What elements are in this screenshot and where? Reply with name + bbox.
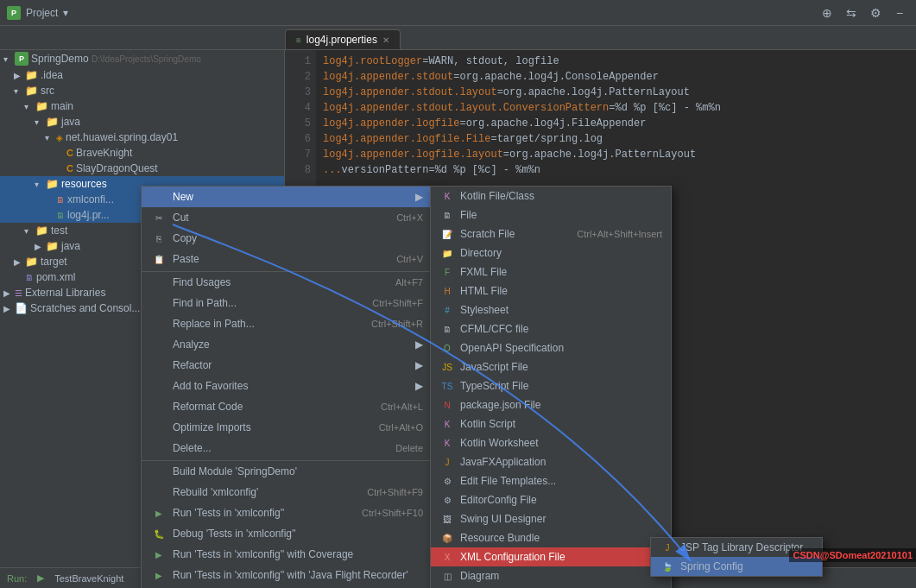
delete-icon [152,441,166,455]
sub-swing[interactable]: 🖼 Swing UI Designer [431,509,671,528]
menu-item-replace-path[interactable]: Replace in Path... Ctrl+Shift+R [142,313,433,334]
sub-edit-templates[interactable]: ⚙ Edit File Templates... [431,471,671,490]
sub-javafx-label: JavaFXApplication [460,456,546,468]
scroll-from-source-btn[interactable]: ⇆ [842,3,861,22]
menu-item-favorites[interactable]: Add to Favorites ▶ [142,376,433,396]
refactor-icon [152,358,166,372]
menu-item-debug[interactable]: 🐛 Debug 'Tests in 'xmlconfig'' [142,523,433,544]
tree-item-brave-knight[interactable]: ▶ C BraveKnight [0,145,284,161]
test-label: TestBraveKnight [54,573,123,584]
tree-item-package[interactable]: ▾ ◈ net.huawei.spring.day01 [0,130,284,145]
res-label: resources [61,178,107,190]
menu-item-find-path[interactable]: Find in Path... Ctrl+Shift+F [142,293,433,313]
sub-kotlin-file[interactable]: K Kotlin File/Class [431,187,671,205]
menu-item-cut[interactable]: ✂ Cut Ctrl+X [142,207,433,228]
tj-folder-icon: 📁 [46,240,59,252]
fxml-icon: F [439,266,455,278]
sub-editorconfig[interactable]: ⚙ EditorConfig File [431,490,671,509]
code-line-8: ...versionPattern=%d %p [%c] - %m%n [323,162,909,178]
test-arrow: ▾ [24,226,33,236]
tj-arrow: ▶ [35,242,43,251]
run-icon: ▶ [152,506,166,520]
resource-icon: 📦 [439,532,455,544]
dir-icon: 📁 [439,247,455,259]
menu-item-optimize[interactable]: Optimize Imports Ctrl+Alt+O [142,417,433,438]
jsp-icon: J [660,541,675,553]
coverage-icon: ▶ [152,547,166,561]
file-icon: 🗎 [439,209,455,221]
sub-openapi[interactable]: O OpenAPI Specification [431,338,671,357]
javafx-icon: J [439,456,455,468]
ts-icon: TS [439,380,455,392]
find-usages-shortcut: Alt+F7 [395,277,423,288]
sub-directory[interactable]: 📁 Directory [431,243,671,262]
sub-kscript[interactable]: K Kotlin Script [431,414,671,433]
optimize-icon [152,420,166,434]
menu-item-find-usages[interactable]: Find Usages Alt+F7 [142,271,433,293]
sub-dir-label: Directory [460,247,502,259]
menu-item-refactor[interactable]: Refactor ▶ [142,355,433,376]
menu-item-analyze[interactable]: Analyze ▶ [142,334,433,355]
sub-npm[interactable]: N package.json File [431,395,671,414]
tree-root[interactable]: ▾ P SpringDemo D:\IdeaProjects\SpringDem… [0,50,284,67]
menu-item-run-jfr[interactable]: ▶ Run 'Tests in 'xmlconfig'' with 'Java … [142,565,433,585]
menu-item-run-coverage[interactable]: ▶ Run 'Tests in 'xmlconfig'' with Covera… [142,544,433,565]
sub-xml-config[interactable]: X XML Configuration File ▶ [431,547,671,566]
xml-config-icon: X [439,551,455,563]
menu-item-run[interactable]: ▶ Run 'Tests in 'xmlconfig'' Ctrl+Shift+… [142,503,433,523]
menu-item-reformat[interactable]: Reformat Code Ctrl+Alt+L [142,396,433,417]
sub-resource[interactable]: 📦 Resource Bundle [431,528,671,547]
js-icon: JS [439,361,455,373]
menu-item-copy[interactable]: ⎘ Copy [142,228,433,249]
kscript-icon: K [439,418,455,430]
refactor-arrow: ▶ [415,359,423,371]
tab-log4j-properties[interactable]: ≡ log4j.properties ✕ [285,29,401,49]
sub-html[interactable]: H HTML File [431,281,671,300]
tj-label: java [61,240,80,252]
menu-delete-label: Delete... [173,442,212,454]
el-arrow: ▶ [3,288,12,298]
tree-item-main[interactable]: ▾ 📁 main [0,98,284,114]
idea-label: .idea [41,69,63,81]
tree-item-java[interactable]: ▾ 📁 java [0,114,284,130]
code-line-5: log4j.appender.logfile=org.apache.log4j.… [323,116,909,131]
sub-scratch[interactable]: 📝 Scratch File Ctrl+Alt+Shift+Insert [431,224,671,243]
settings-btn[interactable]: ⚙ [866,3,885,22]
add-content-root-btn[interactable]: ⊕ [818,3,837,22]
menu-item-delete[interactable]: Delete... Delete [142,438,433,458]
sub-edit-templates-label: Edit File Templates... [460,475,556,487]
code-line-3: log4j.appender.stdout.layout=org.apache.… [323,85,909,100]
src-label: src [41,85,54,97]
menu-item-paste[interactable]: 📋 Paste Ctrl+V [142,249,433,269]
menu-item-build[interactable]: Build Module 'SpringDemo' [142,460,433,482]
sub-diagram[interactable]: ◫ Diagram [431,566,671,585]
menu-coverage-label: Run 'Tests in 'xmlconfig'' with Coverage [173,548,353,560]
title-bar-left: P Project ▾ [7,6,818,20]
sub-ts[interactable]: TS TypeScript File [431,376,671,395]
menu-item-new[interactable]: New ▶ [142,187,433,207]
cfml-icon: 🗎 [439,323,455,335]
xml-label: xmlconfi... [67,193,114,205]
html-icon: H [439,285,455,297]
sub-fxml[interactable]: F FXML File [431,262,671,281]
replace-path-shortcut: Ctrl+Shift+R [371,319,423,329]
tree-item-slay-dragon[interactable]: ▶ C SlayDragonQuest [0,161,284,176]
tree-item-src[interactable]: ▾ 📁 src [0,83,284,98]
sub-js[interactable]: JS JavaScript File [431,357,671,376]
sub-file[interactable]: 🗎 File [431,205,671,224]
sub-kworksheet[interactable]: K Kotlin Worksheet [431,433,671,452]
minimize-btn[interactable]: − [890,3,909,22]
sub-js-label: JavaScript File [460,361,528,373]
menu-item-rebuild[interactable]: Rebuild 'xmlconfig' Ctrl+Shift+F9 [142,482,433,503]
tree-item-idea[interactable]: ▶ 📁 .idea [0,67,284,83]
sub-cfml[interactable]: 🗎 CFML/CFC file [431,319,671,338]
sub-kworksheet-label: Kotlin Worksheet [460,437,539,449]
pkg-arrow: ▾ [45,133,54,142]
sub-javafx[interactable]: J JavaFXApplication [431,452,671,471]
favorites-icon [152,379,166,393]
test-label: test [51,224,67,237]
menu-new-label: New [173,191,193,203]
context-menu: New ▶ ✂ Cut Ctrl+X ⎘ Copy 📋 Paste Ctrl+V… [141,186,434,588]
sub-css[interactable]: # Stylesheet [431,300,671,319]
tab-close-btn[interactable]: ✕ [382,35,389,45]
